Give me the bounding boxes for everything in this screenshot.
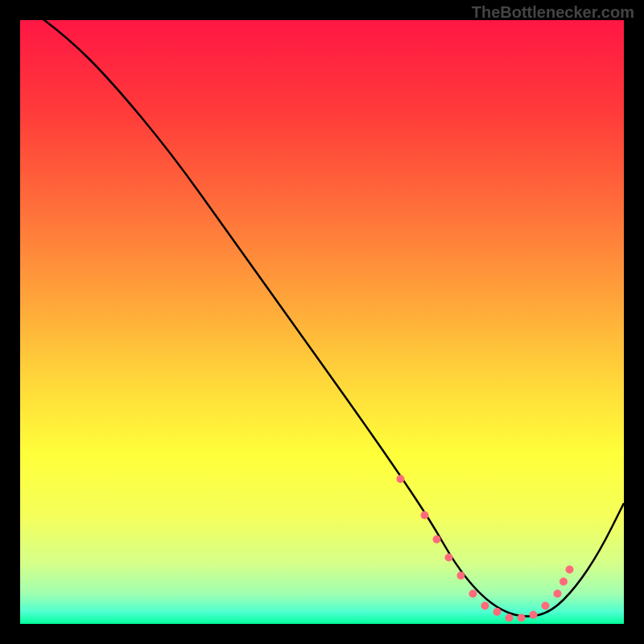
data-marker (559, 578, 568, 586)
data-marker (421, 511, 429, 519)
data-marker (530, 611, 538, 619)
data-marker (481, 602, 489, 610)
data-marker (457, 572, 465, 580)
data-marker (542, 602, 550, 610)
data-marker (445, 554, 453, 562)
chart-container (20, 20, 624, 624)
data-marker (566, 566, 574, 574)
chart-curve (20, 20, 624, 624)
bottleneck-curve (20, 20, 624, 617)
data-marker (493, 608, 502, 616)
data-marker (469, 590, 477, 598)
watermark-text: TheBottlenecker.com (472, 3, 634, 22)
data-marker (518, 614, 526, 622)
data-marker (506, 614, 514, 622)
data-marker (397, 475, 405, 483)
data-marker (554, 590, 562, 598)
data-marker (433, 535, 441, 543)
